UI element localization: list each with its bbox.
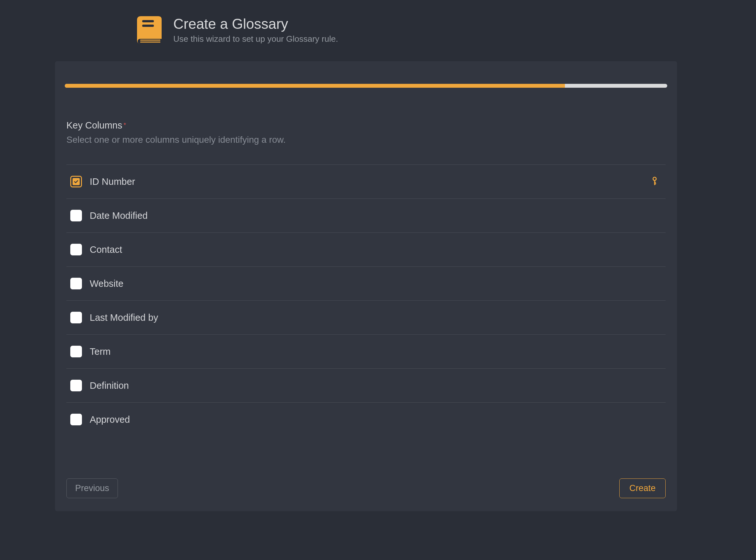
required-indicator: * (123, 121, 126, 128)
svg-rect-1 (142, 25, 154, 27)
column-label: Term (90, 346, 111, 357)
column-label: Contact (90, 244, 122, 255)
column-row[interactable]: Website (66, 266, 666, 300)
column-checkbox[interactable] (70, 380, 82, 391)
progress-bar-fill (65, 84, 565, 88)
create-button[interactable]: Create (619, 478, 666, 498)
column-checkbox[interactable] (70, 414, 82, 425)
progress-bar (65, 84, 667, 88)
column-label: Approved (90, 414, 130, 425)
section-heading: Key Columns* (66, 120, 666, 131)
column-row[interactable]: Last Modified by (66, 300, 666, 334)
column-row[interactable]: Approved (66, 402, 666, 436)
previous-button[interactable]: Previous (66, 478, 118, 498)
column-checkbox[interactable] (70, 312, 82, 323)
column-row[interactable]: Definition (66, 368, 666, 402)
wizard-card: Key Columns* Select one or more columns … (55, 61, 677, 511)
page-title: Create a Glossary (173, 16, 338, 32)
column-checkbox[interactable] (70, 244, 82, 255)
wizard-header: Create a Glossary Use this wizard to set… (67, 10, 689, 53)
column-checkbox[interactable] (70, 210, 82, 221)
column-label: Last Modified by (90, 312, 158, 323)
column-label: Definition (90, 380, 129, 391)
column-row[interactable]: Term (66, 334, 666, 368)
column-label: Date Modified (90, 211, 148, 221)
column-label: Website (90, 278, 123, 289)
column-checkbox[interactable] (70, 278, 82, 289)
key-icon (650, 176, 659, 187)
section-title: Key Columns (66, 120, 122, 131)
column-checkbox[interactable] (70, 176, 82, 187)
glossary-icon (132, 13, 167, 47)
checkmark-icon (73, 178, 80, 185)
section-subtitle: Select one or more columns uniquely iden… (66, 135, 666, 145)
column-row[interactable]: ID Number (66, 164, 666, 198)
column-row[interactable]: Contact (66, 233, 666, 266)
column-label: ID Number (90, 176, 135, 187)
page-subtitle: Use this wizard to set up your Glossary … (173, 34, 338, 44)
column-row[interactable]: Date Modified (66, 198, 666, 233)
column-checkbox[interactable] (70, 346, 82, 357)
svg-rect-0 (142, 20, 154, 22)
